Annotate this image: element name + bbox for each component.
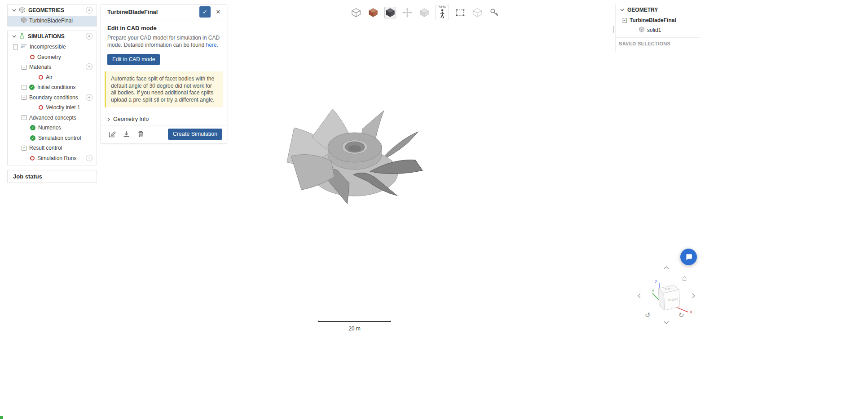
tree-item-numerics[interactable]: Numerics — [8, 123, 97, 133]
tree-item-velocity-inlet[interactable]: Velocity inlet 1 — [8, 103, 97, 113]
navigation-cube[interactable]: TOP RIGHT — [652, 275, 686, 314]
download-icon[interactable] — [122, 130, 131, 139]
job-status-panel[interactable]: Job status — [7, 170, 97, 183]
simulations-header[interactable]: SIMULATIONS — [8, 31, 97, 42]
tree-item-label: Result control — [29, 145, 62, 151]
geometries-panel: GEOMETRIES TurbineBladeFinal — [7, 4, 97, 27]
scene-item-turbinebladefinal[interactable]: TurbineBladeFinal — [616, 15, 701, 25]
tree-item-boundary-conditions[interactable]: Boundary conditions — [8, 93, 97, 103]
tree-item-label: Materials — [29, 64, 51, 70]
rotate-down-button[interactable] — [664, 321, 669, 324]
create-simulation-button[interactable]: Create Simulation — [168, 129, 222, 140]
geometry-part-icon — [21, 17, 26, 24]
add-simulation-run-button[interactable] — [86, 155, 93, 161]
scale-bar — [318, 321, 391, 322]
chevron-right-icon — [107, 117, 110, 121]
status-complete-icon — [29, 85, 35, 90]
tree-item-geometry[interactable]: Geometry — [8, 52, 97, 62]
tree-item-incompressible[interactable]: Incompressible — [8, 42, 97, 52]
scrollbar-thumb[interactable] — [613, 26, 614, 33]
chat-button[interactable] — [680, 249, 697, 265]
tree-item-simulation-runs[interactable]: Simulation Runs — [8, 153, 97, 164]
section-title: Edit in CAD mode — [107, 25, 220, 31]
scene-item-label: solid1 — [647, 27, 661, 33]
nav-cube-right-label: RIGHT — [668, 298, 679, 301]
tree-item-initial-conditions[interactable]: Initial conditions — [8, 82, 97, 93]
add-boundary-condition-button[interactable] — [86, 94, 93, 101]
rotate-ccw-button[interactable] — [645, 311, 651, 319]
rename-icon[interactable] — [107, 130, 116, 139]
rotate-right-button[interactable] — [692, 293, 695, 299]
edit-cad-mode-button[interactable]: Edit in CAD mode — [107, 54, 160, 65]
delete-icon[interactable] — [136, 130, 145, 139]
box-select-icon[interactable] — [454, 7, 466, 18]
geometries-header-label: GEOMETRIES — [28, 7, 64, 13]
job-status-label: Job status — [13, 173, 42, 180]
geometries-icon — [19, 7, 25, 14]
geometry-tree-header[interactable]: GEOMETRY — [616, 4, 701, 15]
geometry-tree-header-label: GEOMETRY — [627, 7, 658, 13]
tree-item-advanced-concepts[interactable]: Advanced concepts — [8, 113, 97, 123]
tree-item-label: Incompressible — [30, 44, 66, 50]
collapse-toggle-icon[interactable] — [13, 45, 18, 49]
shaded-view-icon[interactable] — [384, 7, 396, 18]
status-complete-icon — [30, 135, 35, 141]
chevron-down-icon — [12, 35, 16, 38]
tree-item-label: Velocity inlet 1 — [46, 104, 80, 111]
scene-item-label: TurbineBladeFinal — [630, 17, 676, 23]
human-scale-icon[interactable]: BETA — [436, 5, 449, 20]
close-button[interactable] — [213, 7, 223, 17]
rotate-left-button[interactable] — [638, 293, 641, 299]
tree-item-label: Numerics — [38, 125, 61, 131]
confirm-button[interactable] — [199, 6, 211, 18]
tree-item-label: Simulation Runs — [37, 155, 76, 161]
home-view-button[interactable] — [682, 274, 687, 283]
simulations-icon — [19, 33, 25, 40]
isolate-cube-icon[interactable] — [471, 7, 483, 18]
wireframe-view-icon[interactable] — [350, 7, 362, 18]
expand-toggle-icon[interactable] — [22, 115, 26, 120]
collapse-toggle-icon[interactable] — [22, 65, 26, 70]
warning-message: Automatic face split of facet bodies wit… — [105, 71, 223, 107]
inspect-key-icon[interactable] — [489, 7, 500, 18]
expand-toggle-icon[interactable] — [22, 85, 26, 90]
tree-item-label: TurbineBladeFinal — [29, 18, 73, 24]
geometry-info-toggle[interactable]: Geometry Info — [101, 113, 227, 125]
solid-color-view-icon[interactable] — [367, 7, 379, 18]
tree-item-label: Air — [46, 74, 53, 80]
expand-toggle-icon[interactable] — [22, 146, 26, 151]
tree-item-materials[interactable]: Materials — [8, 62, 97, 72]
tree-item-label: Geometry — [37, 54, 61, 60]
status-corner-marker — [0, 416, 3, 419]
add-simulation-button[interactable] — [86, 33, 93, 40]
collapse-toggle-icon[interactable] — [622, 18, 627, 23]
status-incomplete-icon — [39, 75, 43, 80]
axis-x-label: X — [690, 310, 692, 314]
geometry-detail-panel: TurbineBladeFinal Edit in CAD mode Prepa… — [101, 4, 227, 143]
tree-item-label: Advanced concepts — [29, 115, 76, 121]
simulations-header-label: SIMULATIONS — [28, 33, 65, 40]
add-material-button[interactable] — [86, 63, 93, 70]
scene-item-solid1[interactable]: solid1 — [616, 25, 701, 35]
rotate-cw-button[interactable] — [679, 311, 684, 319]
status-incomplete-icon — [39, 105, 43, 110]
here-link[interactable]: here — [206, 42, 216, 48]
mesh-cube-icon[interactable] — [419, 7, 430, 18]
chevron-down-icon — [620, 9, 624, 11]
tree-item-air[interactable]: Air — [8, 72, 97, 83]
tree-item-turbinebladefinal[interactable]: TurbineBladeFinal — [8, 16, 97, 26]
tree-item-label: Boundary conditions — [29, 94, 78, 101]
geometries-header[interactable]: GEOMETRIES — [8, 5, 97, 16]
section-description: Prepare your CAD model for simulation in… — [107, 34, 220, 49]
collapse-toggle-icon[interactable] — [22, 95, 26, 100]
status-incomplete-icon — [30, 156, 35, 160]
tree-item-simulation-control[interactable]: Simulation control — [8, 133, 97, 143]
panel-title: TurbineBladeFinal — [107, 9, 199, 15]
rotate-up-button[interactable] — [664, 266, 669, 269]
tree-item-result-control[interactable]: Result control — [8, 143, 97, 153]
chevron-down-icon — [12, 9, 16, 12]
move-tool-icon[interactable] — [401, 7, 413, 18]
saved-selections-header[interactable]: SAVED SELECTIONS — [616, 37, 701, 49]
incompressible-flow-icon — [21, 44, 27, 50]
add-geometry-button[interactable] — [86, 7, 93, 13]
